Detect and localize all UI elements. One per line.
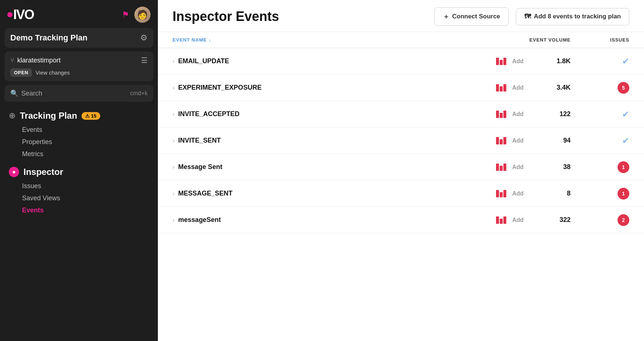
issue-cell: 1	[571, 188, 629, 200]
issue-badge: 1	[618, 161, 629, 173]
issue-badge: 2	[618, 214, 629, 226]
event-actions: Add	[475, 162, 527, 172]
avatar[interactable]: 🧑	[134, 7, 151, 23]
add-event-button[interactable]: Add	[509, 57, 527, 66]
event-volume: 1.8K	[527, 57, 571, 65]
col-event-volume-header[interactable]: EVENT VOLUME	[475, 37, 571, 43]
gear-icon[interactable]: ⚙	[140, 33, 148, 43]
event-volume: 122	[527, 110, 571, 118]
event-name: EMAIL_UPDATE	[178, 57, 475, 65]
sidebar-top-bar: IVO ⚑ 🧑	[0, 0, 158, 28]
issue-cell: 2	[571, 214, 629, 226]
issue-check-icon: ✔	[622, 56, 629, 67]
logo-text: IVO	[7, 8, 34, 21]
view-changes-link[interactable]: View changes	[36, 69, 70, 76]
map-icon	[496, 111, 506, 118]
chevron-icon[interactable]: ›	[173, 164, 174, 170]
branch-bar: ⑂ klaratestimport ☰ OPEN View changes	[4, 51, 153, 81]
hamburger-icon[interactable]: ☰	[141, 56, 148, 65]
table-row[interactable]: ›MESSAGE_SENTAdd81	[158, 180, 644, 207]
logo-dot	[7, 12, 12, 17]
sidebar-top-icons: ⚑ 🧑	[122, 7, 151, 23]
tracking-plan-section: ⊕ Tracking Plan ⚠ 15 Events Properties M…	[0, 108, 158, 161]
add-events-button[interactable]: 🗺 Add 8 events to tracking plan	[516, 8, 629, 25]
sidebar: IVO ⚑ 🧑 Demo Tracking Plan ⚙ ⑂ klaratest…	[0, 0, 158, 341]
map-icon	[496, 216, 506, 224]
issue-cell: 5	[571, 82, 629, 94]
issue-check-icon: ✔	[622, 136, 629, 146]
event-actions: Add	[475, 83, 527, 93]
map-icon	[496, 190, 506, 197]
add-event-button[interactable]: Add	[509, 83, 527, 93]
event-volume: 8	[527, 190, 571, 197]
table-row[interactable]: ›EXPERIMENT_EXPOSUREAdd3.4K5	[158, 75, 644, 101]
add-event-button[interactable]: Add	[509, 215, 527, 225]
main-content: Inspector Events ＋ Connect Source 🗺 Add …	[158, 0, 644, 341]
main-header: Inspector Events ＋ Connect Source 🗺 Add …	[158, 0, 644, 32]
connect-source-button[interactable]: ＋ Connect Source	[434, 7, 509, 26]
table-row[interactable]: ›INVITE_SENTAdd94✔	[158, 128, 644, 154]
add-event-button[interactable]: Add	[509, 189, 527, 198]
event-name: EXPERIMENT_EXPOSURE	[178, 84, 475, 91]
map-icon	[496, 137, 506, 144]
event-name: INVITE_ACCEPTED	[178, 110, 475, 118]
branch-name: klaratestimport	[17, 57, 61, 64]
inspector-sub-items: Issues Saved Views Events	[9, 181, 149, 216]
avatar-image: 🧑	[134, 7, 151, 23]
event-volume: 322	[527, 216, 571, 224]
table-row[interactable]: ›Message SentAdd381	[158, 154, 644, 180]
workspace-name: Demo Tracking Plan	[10, 33, 87, 43]
flag-icon[interactable]: ⚑	[122, 10, 129, 19]
chevron-icon[interactable]: ›	[173, 137, 174, 144]
search-left: 🔍 Search	[10, 89, 42, 97]
col-event-name-label: EVENT NAME	[173, 37, 207, 43]
event-name: INVITE_SENT	[178, 137, 475, 144]
sidebar-item-properties[interactable]: Properties	[22, 137, 149, 147]
event-volume: 94	[527, 137, 571, 144]
tracking-plan-title: Tracking Plan	[20, 111, 77, 121]
sidebar-item-issues[interactable]: Issues	[22, 181, 149, 191]
chevron-icon[interactable]: ›	[173, 58, 174, 65]
add-event-button[interactable]: Add	[509, 110, 527, 119]
issue-cell: ✔	[571, 109, 629, 119]
chevron-icon[interactable]: ›	[173, 217, 174, 223]
map-icon	[496, 58, 506, 65]
sidebar-item-events[interactable]: Events	[22, 125, 149, 135]
add-event-button[interactable]: Add	[509, 136, 527, 146]
map-header-icon: 🗺	[524, 13, 531, 21]
col-event-name-header[interactable]: EVENT NAME ↓	[173, 37, 475, 43]
sidebar-item-inspector-events[interactable]: Events	[22, 205, 149, 216]
event-actions: Add	[475, 110, 527, 119]
branch-icon: ⑂	[10, 57, 14, 64]
col-issues-header: ISSUES	[571, 37, 629, 43]
sidebar-item-saved-views[interactable]: Saved Views	[22, 193, 149, 204]
chevron-icon[interactable]: ›	[173, 111, 174, 118]
sort-down-icon: ↓	[209, 37, 211, 43]
event-volume: 3.4K	[527, 84, 571, 91]
issue-cell: ✔	[571, 136, 629, 146]
inspector-header: ● Inspector	[9, 167, 149, 177]
table-row[interactable]: ›messageSentAdd3222	[158, 207, 644, 233]
search-bar[interactable]: 🔍 Search cmd+k	[4, 85, 153, 102]
inspector-section: ● Inspector Issues Saved Views Events	[0, 161, 158, 217]
add-event-button[interactable]: Add	[509, 162, 527, 172]
plus-icon: ＋	[443, 12, 449, 21]
inspector-title: Inspector	[23, 167, 63, 177]
event-actions: Add	[475, 189, 527, 198]
chevron-icon[interactable]: ›	[173, 190, 174, 197]
event-actions: Add	[475, 136, 527, 146]
event-actions: Add	[475, 57, 527, 66]
issue-cell: 1	[571, 161, 629, 173]
table-row[interactable]: ›EMAIL_UPDATEAdd1.8K✔	[158, 48, 644, 75]
search-placeholder: Search	[21, 90, 42, 97]
issue-check-icon: ✔	[622, 109, 629, 119]
workspace-bar[interactable]: Demo Tracking Plan ⚙	[4, 28, 153, 48]
table-row[interactable]: ›INVITE_ACCEPTEDAdd122✔	[158, 101, 644, 128]
branch-actions: OPEN View changes	[10, 68, 148, 77]
map-icon	[496, 84, 506, 91]
tracking-plan-sub-items: Events Properties Metrics	[9, 125, 149, 159]
inspector-icon: ●	[9, 167, 19, 177]
sidebar-item-metrics[interactable]: Metrics	[22, 149, 149, 159]
chevron-icon[interactable]: ›	[173, 85, 174, 91]
connect-source-label: Connect Source	[452, 13, 500, 20]
